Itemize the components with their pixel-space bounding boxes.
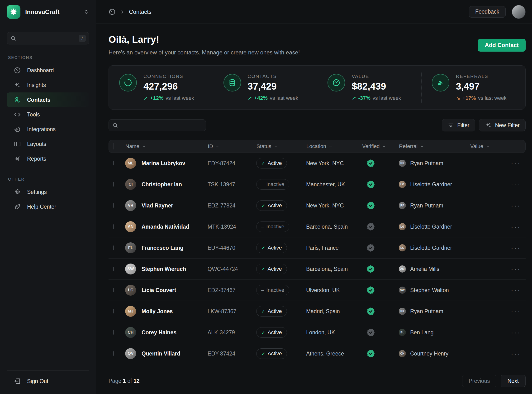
row-checkbox[interactable]: [113, 161, 114, 165]
dashboard-icon[interactable]: [108, 8, 116, 16]
topbar: Contacts Feedback: [96, 0, 532, 24]
verified-badge-icon: [362, 244, 399, 252]
row-actions-button[interactable]: ···: [511, 310, 521, 312]
slash-shortcut-badge: /: [79, 35, 86, 42]
row-checkbox[interactable]: [113, 351, 114, 356]
row-actions-button[interactable]: ···: [511, 289, 521, 291]
sign-out-button[interactable]: Sign Out: [7, 371, 89, 392]
sidebar-item-reports[interactable]: Reports: [7, 151, 89, 166]
column-header-id[interactable]: ID: [208, 143, 256, 150]
sidebar-search[interactable]: /: [7, 32, 89, 44]
feedback-button[interactable]: Feedback: [469, 6, 506, 18]
select-all-checkbox[interactable]: [113, 143, 114, 150]
page-total: 12: [133, 378, 140, 384]
contact-location: New York, NYC: [306, 202, 362, 209]
row-checkbox[interactable]: [113, 267, 114, 271]
sidebar-item-contacts[interactable]: Contacts: [7, 93, 89, 107]
contact-avatar: CI: [125, 179, 136, 190]
column-header-verified[interactable]: Verified: [362, 143, 399, 150]
row-checkbox[interactable]: [113, 203, 114, 208]
row-actions-button[interactable]: ···: [511, 331, 521, 334]
integrations-icon: [14, 126, 21, 133]
contact-id: EDY-87424: [208, 351, 256, 357]
contact-name: Molly Jones: [142, 308, 173, 315]
trend-arrow-icon: ↗: [248, 95, 252, 101]
column-header-status[interactable]: Status: [256, 143, 306, 150]
sidebar-item-integrations[interactable]: Integrations: [7, 122, 89, 137]
verified-badge-icon: [362, 265, 399, 273]
layouts-icon: [14, 140, 21, 148]
verified-badge-icon: [362, 202, 399, 210]
row-checkbox[interactable]: [113, 330, 114, 335]
status-label: Inactive: [266, 181, 284, 187]
sidebar-item-layouts[interactable]: Layouts: [7, 137, 89, 151]
row-checkbox[interactable]: [113, 224, 114, 229]
referral-avatar: RP: [399, 202, 406, 209]
user-avatar[interactable]: [512, 5, 526, 19]
contact-location: Madrid, Spain: [306, 308, 362, 315]
table-row: CI Christopher Ian TSK-13947 – Inactive …: [108, 174, 526, 195]
reports-icon: [14, 155, 21, 162]
sparkles-icon: [485, 122, 492, 129]
column-label: Location: [306, 143, 326, 150]
row-actions-button[interactable]: ···: [511, 183, 521, 186]
add-contact-button[interactable]: Add Contact: [478, 39, 526, 52]
next-page-button[interactable]: Next: [501, 375, 526, 387]
stat-delta-value: +17%: [462, 95, 476, 101]
new-filter-button[interactable]: New Filter: [479, 119, 526, 131]
chevron-down-icon: [420, 145, 424, 149]
stat-label: VALUE: [352, 74, 411, 79]
row-checkbox[interactable]: [113, 182, 114, 187]
row-checkbox[interactable]: [113, 245, 114, 250]
table-search-input[interactable]: [121, 122, 202, 128]
contact-location: New York, NYC: [306, 160, 362, 166]
workspace-switcher-icon[interactable]: [83, 9, 89, 15]
contact-id: QWC-44724: [208, 266, 256, 272]
stat-delta-value: +42%: [254, 95, 268, 101]
new-filter-label: New Filter: [495, 122, 520, 129]
row-checkbox[interactable]: [113, 288, 114, 292]
previous-page-button[interactable]: Previous: [462, 375, 496, 387]
sidebar-item-help-center[interactable]: Help Center: [7, 199, 89, 214]
sidebar-item-tools[interactable]: Tools: [7, 107, 89, 122]
row-actions-button[interactable]: ···: [511, 162, 521, 164]
filter-button[interactable]: Filter: [442, 119, 475, 131]
row-checkbox[interactable]: [113, 309, 114, 313]
page-of-label: of: [127, 378, 132, 384]
sidebar-item-label: Reports: [27, 156, 46, 162]
row-actions-button[interactable]: ···: [511, 247, 521, 249]
status-glyph: ✓: [261, 245, 265, 251]
status-glyph: ✓: [261, 161, 265, 166]
sidebar-item-settings[interactable]: Settings: [7, 185, 89, 199]
brand[interactable]: InnovaCraft: [7, 0, 89, 24]
status-badge: – Inactive: [256, 179, 289, 190]
referral-name: Amelia Mills: [410, 266, 439, 272]
column-header-value[interactable]: Value: [470, 143, 511, 150]
sidebar-item-label: Contacts: [27, 97, 50, 103]
sidebar-search-input[interactable]: [19, 35, 76, 41]
contact-avatar: AN: [125, 221, 136, 232]
brand-name: InnovaCraft: [25, 8, 78, 16]
sidebar-item-dashboard[interactable]: Dashboard: [7, 63, 89, 78]
row-actions-button[interactable]: ···: [511, 204, 521, 207]
dashboard-icon: [14, 67, 21, 74]
table-search[interactable]: [108, 119, 206, 131]
greeting-block: Oilà, Larry! Here’s an overview of your …: [108, 34, 300, 56]
row-actions-button[interactable]: ···: [511, 268, 521, 270]
column-header-location[interactable]: Location: [306, 143, 362, 150]
status-glyph: ✓: [261, 266, 265, 272]
row-actions-button[interactable]: ···: [511, 353, 521, 355]
pager: Previous Next: [462, 375, 526, 387]
column-header-referral[interactable]: Referral: [399, 143, 470, 150]
column-header-name[interactable]: Name: [125, 143, 208, 150]
sidebar-item-insights[interactable]: Insights: [7, 78, 89, 93]
column-label: ID: [208, 143, 213, 150]
referral-name: Ryan Putnam: [410, 308, 443, 315]
breadcrumb-current[interactable]: Contacts: [129, 9, 152, 15]
row-actions-button[interactable]: ···: [511, 226, 521, 228]
referral-name: Liselotte Gardner: [410, 224, 452, 230]
sidebar-item-label: Settings: [27, 189, 47, 195]
column-label: Value: [470, 143, 483, 150]
contact-name: Francesco Lang: [142, 245, 183, 251]
status-label: Active: [268, 351, 282, 357]
